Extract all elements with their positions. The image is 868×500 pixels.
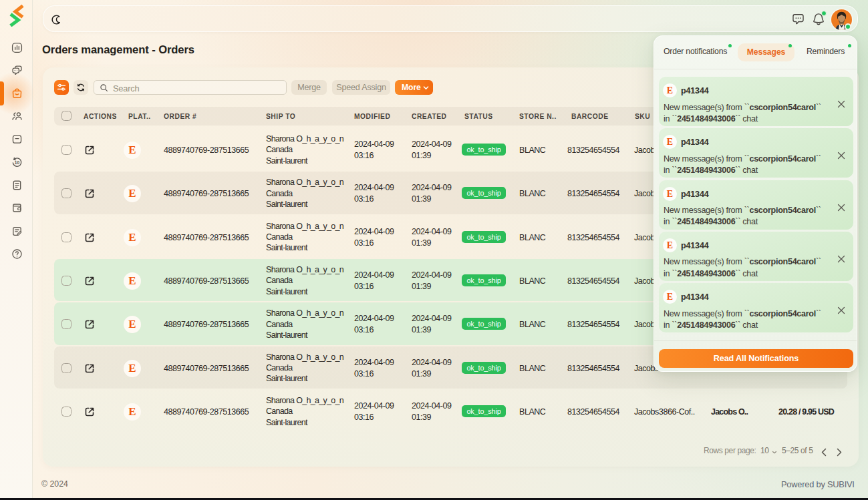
svg-text:10: 10 xyxy=(15,160,20,164)
